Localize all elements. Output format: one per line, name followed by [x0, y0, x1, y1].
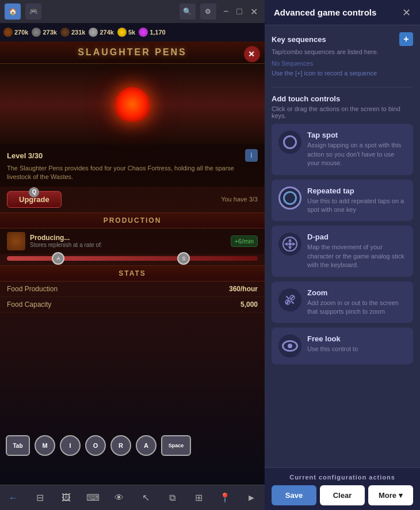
key-a[interactable]: A	[136, 435, 156, 456]
stat-food-capacity: Food Capacity 5,000	[0, 297, 265, 313]
panel-close-button[interactable]: ✕	[402, 6, 411, 19]
food-resource: 270k	[3, 28, 28, 37]
stat-label-capacity: Food Capacity	[7, 300, 51, 309]
food-icon	[3, 28, 13, 37]
toolbar-home[interactable]: ⊟	[30, 489, 49, 507]
key-tab[interactable]: Tab	[6, 435, 30, 456]
repeated-tap-shape	[283, 191, 297, 205]
toolbar-keyboard[interactable]: ⌨	[83, 489, 102, 507]
more-button[interactable]: More ▾	[368, 485, 413, 505]
tap-spot-info: Tap spot Assign tapping on a spot with t…	[307, 131, 406, 168]
gold-icon	[117, 28, 127, 37]
zoom-name: Zoom	[307, 288, 406, 297]
production-subtitle: Stores replenish at a rate of:	[30, 242, 226, 248]
production-icon	[7, 232, 25, 250]
freelook-eye-shape	[282, 340, 298, 352]
production-row: Producing... Stores replenish at a rate …	[0, 229, 265, 254]
action-buttons: Save Clear More ▾	[272, 485, 413, 505]
repeated-tap-icon	[278, 187, 301, 210]
gold-value: 5k	[128, 29, 135, 36]
bottom-toolbar: ← ⊟ 🖼 ⌨ 👁 ↖ ⧉ ⊞ 📍 ►	[0, 485, 265, 510]
add-sequence-button[interactable]: +	[399, 32, 413, 46]
zoom-card[interactable]: Zoom Add zoom in or out to the screen th…	[272, 281, 413, 323]
toolbar-screenshot[interactable]: 🖼	[57, 489, 75, 507]
gem-icon	[139, 28, 148, 37]
food-value: 270k	[14, 29, 28, 36]
stone-icon	[32, 28, 41, 37]
key-r[interactable]: R	[110, 435, 131, 456]
panel-header: Advanced game controls ✕	[265, 0, 420, 25]
slider-track[interactable]: A S	[7, 256, 258, 261]
home-icon[interactable]: 🏠	[5, 3, 21, 20]
key-sequences-desc: Tap/combo sequences are listed here.	[272, 48, 413, 55]
zoom-icon	[278, 288, 301, 311]
toolbar-visibility[interactable]: 👁	[110, 489, 128, 507]
key-space[interactable]: Space	[161, 435, 191, 456]
production-header: PRODUCTION	[0, 212, 265, 229]
left-panel: 🏠 🎮 🔍 ⚙ − □ ✕ 270k 273k 231k 274k	[0, 0, 265, 510]
maximize-button[interactable]: □	[234, 6, 245, 17]
divider-1	[272, 87, 413, 87]
upgrade-button[interactable]: Q Upgrade	[7, 191, 62, 208]
use-plus-hint: Use the [+] icon to record a sequence	[272, 69, 413, 78]
slider-key-s[interactable]: S	[177, 252, 190, 265]
toolbar-cursor[interactable]: ↖	[136, 489, 155, 507]
tap-spot-icon	[278, 131, 301, 154]
production-title: Producing...	[30, 234, 226, 242]
gem-resource: 1,170	[139, 28, 166, 37]
key-i[interactable]: I	[60, 435, 81, 456]
dpad-desc: Map the movement of your character or th…	[307, 243, 406, 269]
more-label: More	[379, 491, 396, 500]
iron-resource: 274k	[89, 28, 113, 37]
config-actions-title: Current configuration actions	[272, 474, 413, 481]
game-area: SLAUGHTER PENS ✕ Level 3/30 i The Slaugh…	[0, 41, 265, 485]
search-icon[interactable]: 🔍	[180, 3, 196, 20]
add-touch-desc: Click or drag the actions on the screen …	[272, 105, 413, 119]
window-close-button[interactable]: ✕	[248, 6, 260, 17]
game-scene	[0, 64, 265, 144]
level-text: Level 3/30	[7, 151, 43, 160]
panel-title: Advanced game controls	[274, 7, 376, 17]
key-m[interactable]: M	[35, 435, 55, 456]
game-icon[interactable]: 🎮	[25, 3, 41, 20]
building-description: The Slaughter Pens provides food for you…	[7, 164, 258, 182]
save-button[interactable]: Save	[272, 485, 316, 505]
freelook-desc: Use this control to	[307, 345, 406, 353]
freelook-name: Free look	[307, 334, 406, 343]
toolbar-back[interactable]: ←	[4, 489, 22, 507]
clear-button[interactable]: Clear	[320, 485, 365, 505]
freelook-card[interactable]: Free look Use this control to	[272, 328, 413, 364]
repeated-tap-card[interactable]: Repeated tap Use this to add repeated ta…	[272, 180, 413, 222]
toolbar-more[interactable]: ►	[242, 489, 261, 507]
slider-key-a[interactable]: A	[52, 252, 64, 265]
toolbar-grid[interactable]: ⊞	[189, 489, 208, 507]
have-label: You have 3/3	[221, 196, 258, 203]
dpad-card[interactable]: D-pad Map the movement of your character…	[272, 226, 413, 276]
panel-content: Key sequences + Tap/combo sequences are …	[265, 25, 420, 467]
toolbar-location[interactable]: 📍	[216, 489, 234, 507]
stat-value-food: 360/hour	[229, 285, 258, 293]
minimize-button[interactable]: −	[221, 6, 231, 17]
wood-icon	[60, 28, 70, 37]
freelook-info: Free look Use this control to	[307, 334, 406, 353]
production-rate: +6/min	[231, 235, 258, 247]
toolbar-multiscreen[interactable]: ⧉	[163, 489, 181, 507]
top-bar: 🏠 🎮 🔍 ⚙ − □ ✕	[0, 0, 265, 23]
dpad-icon	[278, 233, 301, 256]
game-title: SLAUGHTER PENS ✕	[0, 41, 265, 64]
key-o[interactable]: O	[85, 435, 106, 456]
production-text: Producing... Stores replenish at a rate …	[30, 234, 226, 248]
settings-icon[interactable]: ⚙	[200, 3, 216, 20]
gold-resource: 5k	[117, 28, 135, 37]
key-sequences-section: Key sequences +	[272, 32, 413, 46]
zoom-info: Zoom Add zoom in or out to the screen th…	[307, 288, 406, 317]
tap-spot-card[interactable]: Tap spot Assign tapping on a spot with t…	[272, 124, 413, 174]
config-actions-bar: Current configuration actions Save Clear…	[265, 467, 420, 510]
info-button[interactable]: i	[245, 149, 258, 162]
stone-value: 273k	[43, 29, 56, 36]
resource-bar: 270k 273k 231k 274k 5k 1,170	[0, 23, 265, 41]
iron-value: 274k	[100, 29, 113, 36]
right-panel: Advanced game controls ✕ Key sequences +…	[265, 0, 420, 510]
stone-resource: 273k	[32, 28, 56, 37]
game-close-button[interactable]: ✕	[244, 46, 260, 62]
